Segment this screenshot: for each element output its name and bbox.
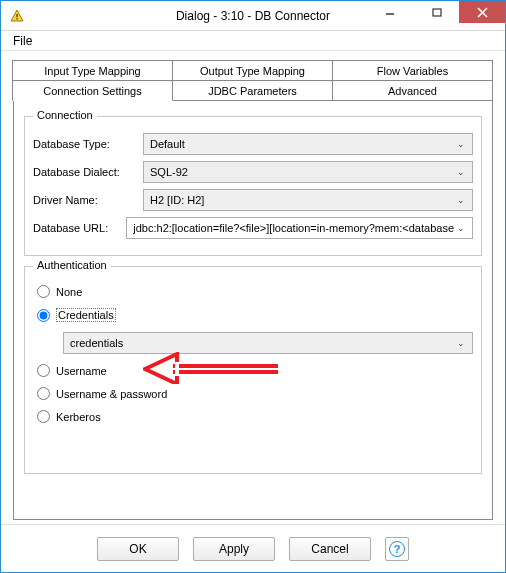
- combo-database-url-value: jdbc:h2:[location=file?<file>][location=…: [133, 222, 454, 234]
- radio-username-label: Username: [56, 365, 107, 377]
- chevron-down-icon: ⌄: [454, 223, 468, 233]
- select-driver-name-value: H2 [ID: H2]: [150, 194, 454, 206]
- help-icon: ?: [389, 541, 405, 557]
- tab-input-type-mapping[interactable]: Input Type Mapping: [12, 60, 173, 81]
- dialog-window: Dialog - 3:10 - DB Connector File Input …: [0, 0, 506, 573]
- help-button[interactable]: ?: [385, 537, 409, 561]
- select-database-dialect[interactable]: SQL-92 ⌄: [143, 161, 473, 183]
- select-driver-name[interactable]: H2 [ID: H2] ⌄: [143, 189, 473, 211]
- ok-button[interactable]: OK: [97, 537, 179, 561]
- maximize-button[interactable]: [413, 1, 459, 23]
- combo-database-url[interactable]: jdbc:h2:[location=file?<file>][location=…: [126, 217, 473, 239]
- group-authentication: Authentication None Credentials credenti…: [24, 266, 482, 474]
- close-button[interactable]: [459, 1, 505, 23]
- window-controls: [367, 1, 505, 30]
- radio-none-label: None: [56, 286, 82, 298]
- radio-kerberos[interactable]: Kerberos: [37, 410, 473, 423]
- label-database-url: Database URL:: [33, 222, 126, 234]
- select-credentials-value: credentials: [70, 337, 454, 349]
- tabstrip: Input Type Mapping Output Type Mapping F…: [13, 61, 493, 101]
- radio-username[interactable]: Username: [37, 364, 473, 377]
- radio-username-password-label: Username & password: [56, 388, 167, 400]
- select-database-type-value: Default: [150, 138, 454, 150]
- label-driver-name: Driver Name:: [33, 194, 143, 206]
- button-bar: OK Apply Cancel ?: [1, 524, 505, 572]
- radio-username-password[interactable]: Username & password: [37, 387, 473, 400]
- radio-username-input[interactable]: [37, 364, 50, 377]
- chevron-down-icon: ⌄: [454, 139, 468, 149]
- radio-username-password-input[interactable]: [37, 387, 50, 400]
- radio-none-input[interactable]: [37, 285, 50, 298]
- tab-flow-variables[interactable]: Flow Variables: [332, 60, 493, 81]
- svg-rect-4: [433, 9, 441, 16]
- svg-rect-2: [16, 18, 17, 19]
- tab-panel-connection-settings: Connection Database Type: Default ⌄ Data…: [13, 100, 493, 520]
- group-connection-legend: Connection: [33, 109, 97, 121]
- label-database-type: Database Type:: [33, 138, 143, 150]
- tab-connection-settings[interactable]: Connection Settings: [12, 80, 173, 101]
- radio-kerberos-input[interactable]: [37, 410, 50, 423]
- select-database-dialect-value: SQL-92: [150, 166, 454, 178]
- tab-jdbc-parameters[interactable]: JDBC Parameters: [172, 80, 333, 101]
- tab-advanced[interactable]: Advanced: [332, 80, 493, 101]
- group-connection: Connection Database Type: Default ⌄ Data…: [24, 116, 482, 256]
- label-database-dialect: Database Dialect:: [33, 166, 143, 178]
- menubar: File: [1, 31, 505, 51]
- chevron-down-icon: ⌄: [454, 195, 468, 205]
- tab-output-type-mapping[interactable]: Output Type Mapping: [172, 60, 333, 81]
- apply-button[interactable]: Apply: [193, 537, 275, 561]
- app-icon: [9, 8, 25, 24]
- select-database-type[interactable]: Default ⌄: [143, 133, 473, 155]
- group-authentication-legend: Authentication: [33, 259, 111, 271]
- radio-kerberos-label: Kerberos: [56, 411, 101, 423]
- cancel-button[interactable]: Cancel: [289, 537, 371, 561]
- content-area: Input Type Mapping Output Type Mapping F…: [1, 51, 505, 524]
- select-credentials[interactable]: credentials ⌄: [63, 332, 473, 354]
- menu-file[interactable]: File: [7, 32, 38, 50]
- titlebar: Dialog - 3:10 - DB Connector: [1, 1, 505, 31]
- radio-credentials[interactable]: Credentials: [37, 308, 473, 322]
- radio-none[interactable]: None: [37, 285, 473, 298]
- chevron-down-icon: ⌄: [454, 167, 468, 177]
- radio-credentials-label: Credentials: [56, 308, 116, 322]
- minimize-button[interactable]: [367, 1, 413, 23]
- radio-credentials-input[interactable]: [37, 309, 50, 322]
- svg-rect-1: [16, 14, 17, 17]
- chevron-down-icon: ⌄: [454, 338, 468, 348]
